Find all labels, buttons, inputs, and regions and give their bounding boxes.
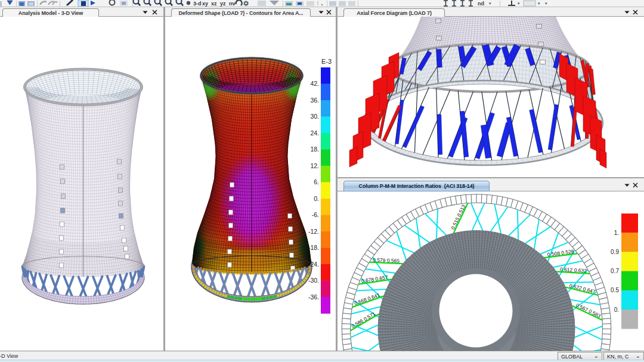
svg-text:0.579 0.565: 0.579 0.565 [373, 256, 400, 264]
svg-text:-6.: -6. [312, 211, 319, 218]
tab-title: Axial Force Diagram (LOAD 7) [357, 10, 432, 16]
window-menu-caret-icon[interactable] [623, 8, 630, 16]
svg-text:1.: 1. [614, 230, 619, 236]
svg-text:-24.: -24. [308, 261, 319, 268]
svg-text:0.: 0. [614, 307, 619, 313]
svg-text:0.: 0. [314, 195, 319, 202]
window-deformed-shape: Deformed Shape (LOAD 7) - Contours for A… [165, 7, 336, 351]
tab-title: Column P-M-M Interaction Ratios (ACI 318… [358, 183, 474, 189]
contour-legend: E-342.36.30.24.18.12.6.0.-6.-12.-18.-24.… [308, 58, 332, 314]
chevron-down-icon: ⌄ [636, 352, 640, 359]
window-menu-caret-icon[interactable] [623, 181, 630, 188]
svg-text:xy: xy [202, 1, 208, 7]
svg-text:0.515 0.513: 0.515 0.513 [450, 203, 466, 230]
svg-text:0.9: 0.9 [611, 249, 619, 255]
status-bottom-strip [0, 360, 644, 362]
viewport-deformed-shape[interactable]: E-342.36.30.24.18.12.6.0.-6.-12.-18.-24.… [165, 17, 336, 351]
window-analysis-model: Analysis Model - 3-D View [0, 7, 163, 351]
tab-analysis-model[interactable]: Analysis Model - 3-D View [2, 8, 99, 17]
window-menu-caret-icon[interactable] [317, 8, 324, 16]
viewport-analysis-model[interactable] [0, 17, 163, 351]
svg-text:42.: 42. [310, 80, 319, 87]
svg-text:▾: ▾ [518, 1, 520, 5]
svg-text:0.7: 0.7 [611, 268, 619, 274]
tab-title: Deformed Shape (LOAD 7) - Contours for A… [178, 10, 303, 16]
svg-text:-30.: -30. [308, 277, 319, 284]
viewport-pmm-ratios[interactable]: 0.515 0.5130.579 0.5650.678 0.6570.668 0… [338, 191, 644, 351]
svg-text:-18.: -18. [308, 244, 319, 251]
svg-text:24.: 24. [310, 129, 319, 137]
tab-axial-force[interactable]: Axial Force Diagram (LOAD 7) [343, 8, 445, 17]
chevron-down-icon: ⌄ [594, 352, 599, 359]
titlebar-pmm-ratios[interactable]: Column P-M-M Interaction Ratios (ACI 318… [338, 178, 644, 191]
svg-text:yz: yz [220, 1, 226, 7]
svg-text:nd: nd [478, 1, 484, 7]
tab-title: Analysis Model - 3-D View [18, 10, 83, 16]
window-pmm-ratios: Column P-M-M Interaction Ratios (ACI 318… [338, 178, 644, 351]
svg-text:6.: 6. [314, 178, 319, 185]
svg-text:36.: 36. [310, 97, 319, 104]
toolbar-icons[interactable]: 3-dxyxzyznv⏣nd▾▾▾▾ [0, 0, 644, 7]
svg-text:▾: ▾ [489, 1, 491, 5]
window-close-icon[interactable] [151, 8, 158, 16]
status-view-label: -D View [0, 353, 18, 359]
svg-text:▾: ▾ [545, 1, 547, 5]
window-close-icon[interactable] [631, 181, 639, 188]
svg-text:0.622 0.647: 0.622 0.647 [569, 283, 596, 295]
titlebar-deformed-shape[interactable]: Deformed Shape (LOAD 7) - Contours for A… [165, 7, 336, 17]
svg-text:-12.: -12. [308, 228, 319, 235]
svg-text:-36.: -36. [308, 293, 319, 301]
svg-text:xz: xz [211, 1, 217, 7]
coord-system-value: GLOBAL [561, 354, 583, 360]
svg-text:3-d: 3-d [193, 1, 202, 7]
svg-text:nv: nv [229, 1, 236, 7]
svg-text:E-3: E-3 [321, 58, 332, 65]
svg-text:30.: 30. [310, 113, 319, 120]
titlebar-analysis-model[interactable]: Analysis Model - 3-D View [0, 7, 163, 17]
tab-deformed-shape[interactable]: Deformed Shape (LOAD 7) - Contours for A… [171, 8, 311, 17]
tab-pmm-ratios[interactable]: Column P-M-M Interaction Ratios (ACI 318… [343, 181, 490, 191]
window-close-icon[interactable] [631, 8, 639, 16]
svg-text:0.678 0.657: 0.678 0.657 [361, 274, 388, 284]
viewport-axial-force[interactable] [338, 17, 644, 177]
window-menu-caret-icon[interactable] [141, 8, 148, 16]
main-toolbar: 3-dxyxzyznv⏣nd▾▾▾▾ [0, 0, 644, 7]
units-value: KN, m, C [607, 354, 629, 360]
svg-text:▾: ▾ [538, 1, 540, 5]
window-axial-force: Axial Force Diagram (LOAD 7) [338, 7, 644, 177]
window-close-icon[interactable] [325, 8, 332, 16]
svg-text:⏣: ⏣ [243, 0, 249, 7]
svg-text:12.: 12. [310, 162, 319, 169]
svg-text:18.: 18. [310, 146, 319, 153]
svg-text:0.5: 0.5 [611, 287, 619, 293]
ratio-legend: 1.0.90.70.50. [611, 214, 638, 329]
titlebar-axial-force[interactable]: Axial Force Diagram (LOAD 7) [338, 7, 644, 17]
